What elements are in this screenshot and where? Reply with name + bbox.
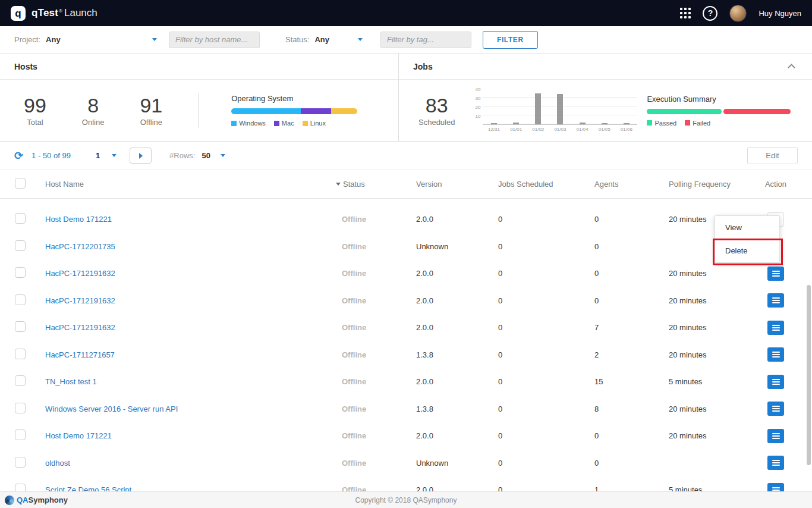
status-text: Offline xyxy=(321,296,389,305)
row-checkbox[interactable] xyxy=(15,321,26,332)
project-dropdown[interactable]: Project: Any xyxy=(14,35,157,44)
row-actions-menu-button[interactable] xyxy=(767,347,784,362)
rows-label: #Rows: xyxy=(169,151,195,160)
row-checkbox[interactable] xyxy=(15,349,26,359)
host-name-link[interactable]: HacPC-1712191632 xyxy=(45,269,115,278)
status-text: Offline xyxy=(321,269,389,278)
page-select-dropdown[interactable]: 1 xyxy=(96,151,117,160)
brand-suffix: Launch xyxy=(64,7,97,19)
status-text: Offline xyxy=(321,323,389,332)
rows-per-page-value: 50 xyxy=(202,151,210,160)
qtest-launch-page: q qTest ® Launch ? Huy Nguyen Project: A… xyxy=(0,0,812,508)
row-actions-menu-button[interactable] xyxy=(767,321,784,335)
execution-summary-bar xyxy=(647,109,791,114)
table-row: HacPC-1712201735 Offline Unknown 0 0 xyxy=(0,233,812,261)
header-version[interactable]: Version xyxy=(389,180,476,189)
menu-item-delete[interactable]: Delete xyxy=(715,239,779,262)
segment-linux xyxy=(331,108,358,114)
header-polling-frequency[interactable]: Polling Frequency xyxy=(642,180,740,189)
host-name-link[interactable]: Windows Server 2016 - Server run API xyxy=(45,404,178,413)
header-jobs-scheduled[interactable]: Jobs Scheduled xyxy=(476,180,571,189)
status-text: Offline xyxy=(321,242,389,251)
menu-item-view[interactable]: View xyxy=(715,216,779,239)
row-checkbox[interactable] xyxy=(15,457,26,468)
jobs-scheduled-value: 83 xyxy=(418,94,455,117)
qtest-logo-icon[interactable]: q xyxy=(11,6,26,21)
page-number: 1 xyxy=(96,151,100,160)
edit-button[interactable]: Edit xyxy=(747,147,798,164)
top-navbar: q qTest ® Launch ? Huy Nguyen xyxy=(0,0,812,26)
pagination-range: 1 - 50 of 99 xyxy=(32,151,71,160)
agents-text: 2 xyxy=(571,350,642,359)
row-checkbox[interactable] xyxy=(15,240,26,251)
page-footer: Copyright © 2018 QASymphony QASymphony xyxy=(0,491,812,508)
host-name-link[interactable]: oldhost xyxy=(45,459,70,468)
project-value: Any xyxy=(46,35,61,44)
jobs-scheduled-text: 0 xyxy=(476,296,571,305)
user-avatar[interactable] xyxy=(729,5,747,22)
chevron-down-icon xyxy=(152,38,157,41)
host-name-link[interactable]: Host Demo 171221 xyxy=(45,215,112,224)
agents-text: 0 xyxy=(571,269,642,278)
user-name[interactable]: Huy Nguyen xyxy=(759,9,801,18)
help-icon[interactable]: ? xyxy=(703,6,717,21)
header-host-name[interactable]: Host Name xyxy=(36,180,321,189)
host-name-link[interactable]: HacPC-1712201735 xyxy=(45,242,115,251)
chevron-down-icon xyxy=(358,38,363,41)
vertical-scrollbar[interactable] xyxy=(807,285,811,465)
table-row: Host Demo 171221 Offline 2.0.0 0 0 20 mi… xyxy=(0,206,812,233)
filter-button[interactable]: FILTER xyxy=(483,31,538,49)
host-name-filter-input[interactable] xyxy=(169,32,260,48)
jobs-bar-01/03 xyxy=(557,94,563,124)
row-actions-menu-button[interactable] xyxy=(767,375,784,389)
host-name-link[interactable]: TN_Host test 1 xyxy=(45,377,97,386)
row-checkbox[interactable] xyxy=(15,429,26,440)
jobs-scheduled-text: 0 xyxy=(476,431,571,440)
row-actions-menu-button[interactable] xyxy=(767,402,784,416)
jobs-scheduled-text: 0 xyxy=(476,350,571,359)
rows-dropdown-chevron-icon[interactable] xyxy=(221,154,225,157)
polling-frequency-text: 20 minutes xyxy=(642,296,740,305)
hosts-panel-header: Hosts xyxy=(0,54,398,80)
row-actions-menu-button[interactable] xyxy=(767,293,784,308)
row-actions-menu-button[interactable] xyxy=(767,429,784,443)
row-checkbox[interactable] xyxy=(15,403,26,413)
row-checkbox[interactable] xyxy=(15,267,26,278)
version-text: 2.0.0 xyxy=(389,431,476,440)
row-checkbox[interactable] xyxy=(15,375,26,386)
execution-legend: PassedFailed xyxy=(647,120,791,127)
row-checkbox[interactable] xyxy=(15,294,26,305)
agents-text: 8 xyxy=(571,404,642,413)
qasymphony-logo[interactable]: QASymphony xyxy=(5,496,68,505)
jobs-panel-title: Jobs xyxy=(413,62,433,71)
collapse-chevron-up-icon[interactable] xyxy=(786,61,798,73)
agents-text: 0 xyxy=(571,459,642,468)
os-distribution-bar xyxy=(231,108,357,114)
status-text: Offline xyxy=(321,215,389,224)
row-actions-menu-button[interactable] xyxy=(767,456,784,470)
hosts-stat-online: 8Online xyxy=(82,94,105,127)
header-agents[interactable]: Agents xyxy=(571,180,642,189)
table-toolbar: ⟳ 1 - 50 of 99 1 #Rows: 50 Edit xyxy=(0,142,812,170)
host-name-link[interactable]: HacPC-1712191632 xyxy=(45,323,115,332)
os-legend: WindowsMacLinux xyxy=(231,120,357,127)
tag-filter-input[interactable] xyxy=(380,32,471,48)
host-name-link[interactable]: Host Demo 171221 xyxy=(45,431,112,440)
version-text: 2.0.0 xyxy=(389,323,476,332)
agents-text: 0 xyxy=(571,296,642,305)
apps-grid-icon[interactable] xyxy=(680,8,691,18)
next-page-button[interactable] xyxy=(130,148,152,164)
legend-swatch xyxy=(231,121,237,126)
table-row: HacPC-1712191632 Offline 2.0.0 0 7 20 mi… xyxy=(0,314,812,341)
status-dropdown[interactable]: Status: Any xyxy=(285,35,363,44)
refresh-icon[interactable]: ⟳ xyxy=(14,150,23,161)
execution-summary-title: Execution Summary xyxy=(647,95,791,104)
status-text: Offline xyxy=(321,350,389,359)
jobs-bar-chart: 10203040 12/3101/0101/0201/0301/0401/050… xyxy=(471,89,637,132)
row-actions-menu-button[interactable] xyxy=(767,266,784,281)
host-name-link[interactable]: HacPC-1711271657 xyxy=(45,350,115,359)
row-checkbox[interactable] xyxy=(15,213,26,224)
host-name-link[interactable]: HacPC-1712191632 xyxy=(45,296,115,305)
header-status[interactable]: Status xyxy=(321,180,389,189)
select-all-checkbox[interactable] xyxy=(15,178,26,189)
